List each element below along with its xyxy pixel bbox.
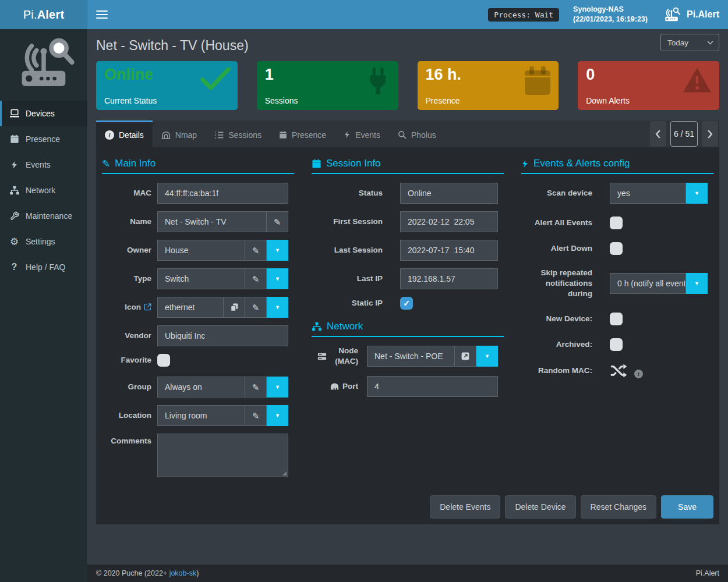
field-label: Status (312, 188, 383, 198)
tab-label: Events (355, 130, 380, 140)
pencil-icon: ✎ (252, 411, 260, 420)
field-label: Alert All Events (521, 218, 592, 228)
status-input[interactable]: Online (400, 183, 498, 204)
type-input[interactable]: Switch (157, 268, 245, 289)
tab-nmap[interactable]: Nmap (153, 120, 206, 147)
sidebar-item-label: Maintenance (26, 211, 72, 221)
sidebar-item-maintenance[interactable]: Maintenance (0, 203, 87, 229)
next-device-button[interactable] (702, 121, 718, 147)
wrench-icon (9, 211, 20, 221)
field-label: Random MAC: (521, 365, 592, 376)
sidebar-item-events[interactable]: Events (0, 152, 87, 178)
field-label: New Device: (521, 314, 592, 324)
port-input[interactable]: 4 (367, 376, 498, 397)
sidebar-item-presence[interactable]: Presence (0, 126, 87, 152)
location-dropdown-button[interactable]: ▼ (267, 405, 288, 426)
group-dropdown-button[interactable]: ▼ (267, 377, 288, 398)
edit-group-button[interactable]: ✎ (245, 377, 267, 398)
field-label: Archived: (521, 339, 592, 350)
section-title-text: Network (327, 321, 363, 332)
icon-dropdown-button[interactable]: ▼ (267, 297, 288, 318)
bolt-icon (521, 159, 529, 169)
edit-type-button[interactable]: ✎ (245, 268, 267, 289)
node-dropdown-button[interactable]: ▼ (476, 346, 498, 367)
field-label: Port (312, 381, 358, 392)
footer-author-link[interactable]: jokob-sk (169, 569, 197, 577)
card-sessions[interactable]: 1 Sessions (257, 61, 398, 110)
scan-device-dropdown-button[interactable]: ▼ (686, 183, 708, 204)
card-presence[interactable]: 16 h. Presence (418, 61, 559, 110)
save-button[interactable]: Save (661, 495, 713, 519)
sidebar-item-network[interactable]: Network (0, 178, 87, 203)
node-input[interactable]: Net - Switch - POE (367, 346, 455, 367)
open-node-button[interactable] (455, 346, 476, 367)
scan-device-input[interactable]: yes (610, 183, 686, 204)
hamburger-menu-icon[interactable] (96, 8, 108, 21)
session-network-column: Session Info Status Online First Session… (312, 158, 504, 404)
sidebar-item-help[interactable]: ? Help / FAQ (0, 254, 87, 280)
card-current-status[interactable]: Online Current Status (96, 61, 238, 110)
field-label: Last IP (312, 274, 383, 284)
vendor-input[interactable]: Ubiquiti Inc (157, 325, 288, 346)
group-input[interactable]: Always on (157, 377, 245, 398)
archived-checkbox[interactable] (610, 338, 623, 351)
delete-events-button[interactable]: Delete Events (430, 495, 500, 519)
field-label: Last Session (312, 245, 383, 255)
favorite-checkbox[interactable] (157, 354, 170, 367)
app-logo[interactable]: Pi.Alert (0, 0, 87, 29)
last-ip-input[interactable]: 192.168.1.57 (400, 268, 498, 289)
edit-location-button[interactable]: ✎ (245, 405, 267, 426)
edit-icon-button[interactable]: ✎ (245, 297, 267, 318)
skip-notifications-input[interactable]: 0 h (notify all event (610, 273, 686, 294)
icon-input[interactable]: ethernet (157, 297, 224, 318)
delete-device-button[interactable]: Delete Device (505, 495, 575, 519)
location-input[interactable]: Living room (157, 405, 245, 426)
static-ip-checkbox[interactable]: ✓ (400, 297, 413, 310)
field-type: Type Switch ✎ ▼ (102, 268, 294, 289)
sidebar-item-label: Devices (26, 109, 55, 118)
card-down-alerts[interactable]: 0 Down Alerts (578, 61, 719, 110)
type-dropdown-button[interactable]: ▼ (267, 268, 288, 289)
chevron-right-icon (707, 130, 713, 139)
brand-right[interactable]: Pi.Alert (662, 7, 719, 23)
mac-input[interactable]: 44:ff:ff:ca:ba:1f (157, 183, 288, 204)
chevron-left-icon (655, 130, 661, 139)
alert-down-checkbox[interactable] (610, 242, 623, 255)
copy-icon-button[interactable] (224, 297, 245, 318)
external-link-icon[interactable] (144, 303, 151, 311)
tab-presence[interactable]: Presence (270, 120, 335, 147)
tab-details[interactable]: i Details (96, 120, 153, 147)
sidebar-item-settings[interactable]: ⚙ Settings (0, 229, 87, 254)
name-input[interactable]: Net - Switch - TV (157, 211, 267, 232)
field-owner: Owner House ✎ ▼ (102, 240, 294, 261)
edit-name-button[interactable]: ✎ (267, 211, 288, 232)
sidebar-item-devices[interactable]: Devices (0, 101, 87, 126)
reset-changes-button[interactable]: Reset Changes (581, 495, 657, 519)
last-session-input[interactable]: 2022-07-17 15:40 (400, 240, 498, 261)
alert-all-events-checkbox[interactable] (610, 217, 623, 229)
edit-owner-button[interactable]: ✎ (245, 240, 267, 261)
period-select[interactable]: Today (660, 34, 719, 51)
router-search-icon (662, 7, 681, 23)
network-section: Network Node (MAC) Net - Switch - POE ▼ (312, 321, 504, 397)
calendar-icon (524, 66, 552, 95)
pencil-icon: ✎ (252, 383, 260, 392)
prev-device-button[interactable] (650, 121, 666, 147)
comments-textarea[interactable] (157, 434, 288, 477)
field-scan-device: Scan device yes ▼ (521, 183, 713, 204)
field-alert-down: Alert Down (521, 242, 713, 255)
new-device-checkbox[interactable] (610, 313, 623, 325)
alerts-config-header: Events & Alerts config (521, 158, 713, 174)
caret-down-icon: ▼ (694, 281, 699, 286)
first-session-input[interactable]: 2022-02-12 22:05 (400, 211, 498, 232)
owner-dropdown-button[interactable]: ▼ (267, 240, 288, 261)
pencil-icon: ✎ (252, 275, 260, 283)
top-nav: Process: Wait Synology-NAS (22/01/2023, … (87, 0, 728, 29)
info-icon[interactable]: i (634, 370, 643, 378)
owner-input[interactable]: House (157, 240, 245, 261)
skip-notifications-dropdown-button[interactable]: ▼ (686, 273, 708, 294)
tab-events[interactable]: Events (335, 120, 389, 147)
tab-sessions[interactable]: 123 Sessions (206, 120, 270, 147)
tab-pholus[interactable]: Pholus (389, 120, 445, 147)
field-last-ip: Last IP 192.168.1.57 (312, 268, 504, 289)
